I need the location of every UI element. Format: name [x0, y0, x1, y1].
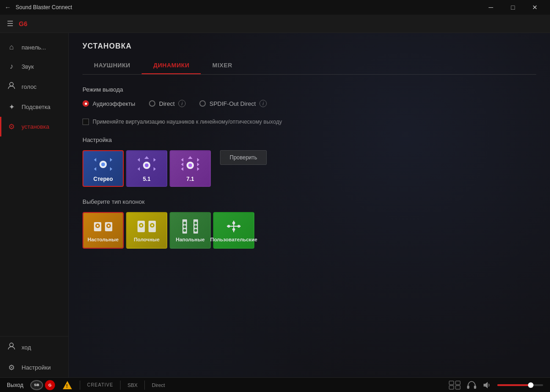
svg-point-47	[232, 228, 235, 231]
shelf-label: Полочные	[134, 237, 160, 242]
sbx-label: SBX	[127, 382, 138, 388]
svg-rect-53	[456, 381, 460, 385]
config-title: Настройка	[82, 136, 536, 143]
volume-slider-container	[497, 384, 543, 386]
speaker-type-grid: Настольные Полочные	[82, 212, 536, 249]
logo-group: SB G	[30, 380, 55, 390]
desktop-speaker-icon	[92, 218, 115, 234]
svg-rect-56	[467, 386, 469, 389]
surround51-pattern-icon	[135, 155, 158, 174]
surround71-pattern-icon	[179, 155, 202, 174]
sidebar-bottom: ход ⚙ Настройки	[0, 336, 68, 377]
app-title: Sound Blaster Connect	[16, 4, 72, 11]
sidebar-item-settings[interactable]: ⚙ Настройки	[0, 358, 68, 377]
svg-point-42	[194, 225, 197, 228]
tab-speakers[interactable]: ДИНАМИКИ	[142, 57, 201, 74]
setup-icon: ⚙	[7, 122, 16, 131]
svg-rect-57	[474, 386, 476, 389]
svg-point-29	[108, 225, 110, 227]
svg-point-38	[183, 225, 186, 228]
speaker-type-title: Выберите тип колонок	[82, 198, 536, 205]
volume-icon[interactable]	[483, 381, 492, 390]
svg-rect-54	[449, 386, 454, 389]
radio-audio-effects[interactable]: Аудиоэффекты	[82, 100, 135, 107]
music-icon: ♪	[7, 62, 16, 71]
test-button[interactable]: Проверить	[220, 150, 267, 165]
sidebar-item-flow[interactable]: ход	[0, 337, 68, 358]
svg-point-7	[101, 163, 105, 166]
radio-direct[interactable]: Direct i	[149, 100, 186, 107]
custom-speaker-icon	[222, 218, 245, 234]
sidebar-item-voice[interactable]: голос	[0, 76, 68, 97]
radio-circle-audio-effects	[82, 100, 89, 107]
type-card-floor[interactable]: Напольные	[170, 212, 211, 249]
minimize-button[interactable]: ─	[480, 0, 501, 15]
maximize-button[interactable]: □	[502, 0, 523, 15]
output-mode-radio-group: Аудиоэффекты Direct i SPDIF-Out Direct i	[82, 100, 536, 107]
status-divider-2	[120, 381, 121, 390]
floor-label: Напольные	[176, 237, 204, 242]
sidebar-item-setup[interactable]: ⚙ установка	[0, 117, 68, 136]
back-icon[interactable]: ←	[5, 4, 11, 11]
output-mode-section: Режим вывода Аудиоэффекты Direct i SPDIF…	[82, 86, 536, 107]
volume-slider[interactable]	[497, 384, 543, 386]
virtualization-checkbox[interactable]	[82, 119, 89, 125]
sidebar-item-panel[interactable]: ⌂ панель...	[0, 38, 68, 57]
type-card-custom[interactable]: Пользовательские	[213, 212, 254, 249]
svg-point-46	[232, 222, 235, 224]
speaker-card-71[interactable]: 7.1	[170, 150, 211, 187]
type-card-desktop[interactable]: Настольные	[82, 212, 124, 249]
titlebar: ← Sound Blaster Connect ─ □ ✕	[0, 0, 550, 15]
surround71-label: 7.1	[187, 176, 194, 182]
tab-mixer[interactable]: MIXER	[201, 57, 244, 74]
red-logo: G	[45, 380, 55, 390]
hamburger-icon[interactable]: ☰	[7, 19, 13, 28]
sidebar-item-lighting[interactable]: ✦ Подсветка	[0, 97, 68, 117]
flow-icon	[7, 342, 16, 352]
sidebar-label-voice: голос	[22, 83, 37, 90]
status-divider-3	[144, 381, 145, 390]
tab-headphones[interactable]: НАУШНИКИ	[82, 57, 142, 74]
sidebar-label-settings: Настройки	[22, 364, 51, 371]
volume-thumb[interactable]	[528, 382, 534, 388]
svg-point-41	[194, 222, 197, 224]
direct-info-icon[interactable]: i	[178, 100, 186, 107]
multichannel-icon[interactable]	[449, 381, 461, 390]
stereo-label: Стерео	[94, 176, 113, 182]
svg-marker-4	[94, 167, 96, 171]
svg-point-49	[237, 225, 240, 228]
device-name: G6	[19, 20, 28, 27]
headphone-icon[interactable]	[466, 381, 477, 390]
svg-marker-19	[188, 156, 192, 159]
virtualization-label: Применяйте виртуализацию наушников к лин…	[93, 119, 282, 125]
statusbar: Выход SB G ! CREATIVE SBX Direct	[0, 377, 550, 392]
speaker-config-grid: Стерео 5.1	[82, 150, 536, 187]
svg-marker-5	[110, 167, 112, 171]
sidebar-label-setup: установка	[22, 123, 49, 130]
close-button[interactable]: ✕	[524, 0, 545, 15]
main-content: УСТАНОВКА НАУШНИКИ ДИНАМИКИ MIXER Режим …	[69, 33, 550, 377]
svg-point-14	[145, 163, 148, 167]
radio-spdif[interactable]: SPDIF-Out Direct i	[199, 100, 267, 107]
lighting-icon: ✦	[7, 103, 16, 111]
output-mode-title: Режим вывода	[82, 86, 536, 93]
exit-button[interactable]: Выход	[7, 382, 23, 388]
page-title: УСТАНОВКА	[82, 42, 536, 50]
headerbar: ☰ G6	[0, 15, 550, 33]
svg-marker-12	[144, 156, 149, 159]
radio-label-audio-effects: Аудиоэффекты	[93, 100, 135, 107]
creative-text: CREATIVE	[87, 382, 113, 387]
speaker-card-51[interactable]: 5.1	[126, 150, 167, 187]
svg-marker-10	[138, 167, 140, 171]
alert-icon: !	[62, 380, 73, 390]
sidebar-item-sound[interactable]: ♪ Звук	[0, 57, 68, 76]
svg-marker-3	[110, 158, 112, 162]
type-card-shelf[interactable]: Полочные	[126, 212, 167, 249]
spdif-info-icon[interactable]: i	[259, 100, 267, 107]
svg-point-26	[97, 225, 99, 227]
svg-text:!: !	[66, 383, 68, 389]
speaker-card-stereo[interactable]: Стерео	[82, 150, 124, 187]
svg-point-35	[151, 224, 153, 226]
radio-circle-direct	[149, 100, 155, 107]
direct-status: Direct	[152, 382, 165, 388]
